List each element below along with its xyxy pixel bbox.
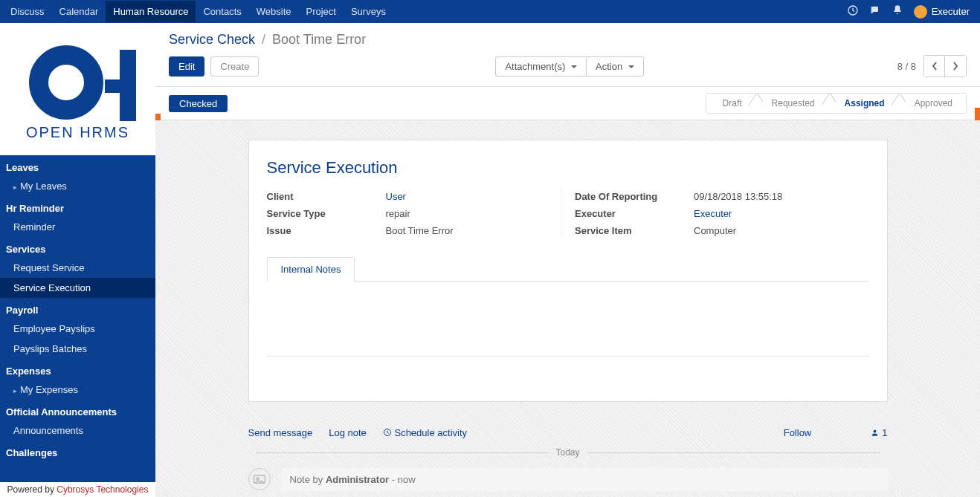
sidebar-item-employee-payslips[interactable]: Employee Payslips xyxy=(0,319,155,339)
message-body: Note by Administrator - now xyxy=(281,468,888,491)
nav-calendar[interactable]: Calendar xyxy=(52,1,106,22)
status-steps: Draft Requested Assigned Approved xyxy=(706,93,967,114)
page-title: Service Execution xyxy=(267,158,869,178)
nav-menu: Discuss Calendar Human Resource Contacts… xyxy=(3,1,393,22)
notebook-tabs: Internal Notes xyxy=(267,257,869,282)
sidebar-item-service-execution[interactable]: Service Execution xyxy=(0,278,155,298)
sidebar-section-services: Services xyxy=(0,237,155,258)
value-date-reporting: 09/18/2018 13:55:18 xyxy=(694,191,782,202)
nav-systray: Executer xyxy=(847,4,977,19)
nav-human-resource[interactable]: Human Resource xyxy=(106,1,196,22)
sidebar-item-reminder[interactable]: Reminder xyxy=(0,217,155,237)
chatter: Send message Log note Schedule activity … xyxy=(248,423,888,491)
svg-point-2 xyxy=(874,430,877,433)
label-issue: Issue xyxy=(267,225,386,236)
tab-internal-notes[interactable]: Internal Notes xyxy=(267,257,355,282)
bell-icon[interactable] xyxy=(892,4,903,19)
sidebar-section-challenges: Challenges xyxy=(0,441,155,461)
status-requested[interactable]: Requested xyxy=(755,94,828,113)
sidebar-section-leaves: Leaves xyxy=(0,155,155,176)
pager-next[interactable] xyxy=(945,56,966,77)
sidebar-section-expenses: Expenses xyxy=(0,359,155,380)
form-sheet-bg: Service Execution ClientUser Service Typ… xyxy=(155,120,980,497)
status-bar: Checked Draft Requested Assigned Approve… xyxy=(155,87,980,120)
value-service-item: Computer xyxy=(694,225,736,236)
status-assigned[interactable]: Assigned xyxy=(828,94,898,113)
date-separator: Today xyxy=(248,447,888,458)
main-content: Service Check / Boot Time Error Edit Cre… xyxy=(155,23,980,497)
label-date-reporting: Date Of Reporting xyxy=(575,191,694,202)
log-note-link[interactable]: Log note xyxy=(329,427,367,438)
pager-text: 8 / 8 xyxy=(897,61,916,72)
message-avatar-icon xyxy=(248,468,271,490)
footer-link[interactable]: Cybrosys Technologies xyxy=(57,484,148,495)
action-dropdown[interactable]: Action xyxy=(586,56,644,77)
label-client: Client xyxy=(267,191,386,202)
form-sheet: Service Execution ClientUser Service Typ… xyxy=(248,140,888,402)
value-executer[interactable]: Executer xyxy=(694,208,732,219)
sidebar-section-payroll: Payroll xyxy=(0,298,155,319)
label-service-type: Service Type xyxy=(267,208,386,219)
follow-button[interactable]: Follow xyxy=(784,427,812,438)
logo: OPEN HRMS xyxy=(0,23,155,155)
clock-icon[interactable] xyxy=(847,4,859,19)
chevron-down-icon xyxy=(571,65,577,68)
label-executer: Executer xyxy=(575,208,694,219)
checked-button[interactable]: Checked xyxy=(169,95,228,112)
nav-contacts[interactable]: Contacts xyxy=(196,1,248,22)
avatar-icon xyxy=(914,5,927,19)
breadcrumb-root[interactable]: Service Check xyxy=(169,32,255,47)
footer: Powered by Cybrosys Technologies xyxy=(0,482,155,497)
sidebar-item-payslips-batches[interactable]: Payslips Batches xyxy=(0,339,155,359)
edit-button[interactable]: Edit xyxy=(169,56,204,77)
pager-prev[interactable] xyxy=(924,56,945,77)
sidebar-item-request-service[interactable]: Request Service xyxy=(0,258,155,278)
send-message-link[interactable]: Send message xyxy=(248,427,313,438)
status-approved[interactable]: Approved xyxy=(898,94,966,113)
label-service-item: Service Item xyxy=(575,225,694,236)
dropdown-group: Attachment(s) Action xyxy=(495,56,643,77)
value-issue: Boot Time Error xyxy=(386,225,454,236)
control-panel: Service Check / Boot Time Error Edit Cre… xyxy=(155,23,980,87)
pager: 8 / 8 xyxy=(897,55,967,77)
nav-discuss[interactable]: Discuss xyxy=(3,1,52,22)
create-button[interactable]: Create xyxy=(210,56,259,77)
chat-icon[interactable] xyxy=(869,4,881,19)
value-service-type: repair xyxy=(386,208,410,219)
sidebar-item-announcements[interactable]: Announcements xyxy=(0,420,155,441)
attachments-dropdown[interactable]: Attachment(s) xyxy=(495,56,586,77)
sidebar-item-my-expenses[interactable]: My Expenses xyxy=(0,380,155,400)
sidebar-section-hr-reminder: Hr Reminder xyxy=(0,196,155,217)
breadcrumb: Service Check / Boot Time Error xyxy=(169,32,967,48)
user-menu[interactable]: Executer xyxy=(914,5,970,19)
breadcrumb-current: Boot Time Error xyxy=(272,32,366,47)
sidebar-item-my-leaves[interactable]: My Leaves xyxy=(0,176,155,196)
breadcrumb-sep: / xyxy=(262,32,265,47)
chevron-down-icon xyxy=(628,65,634,68)
sidebar-section-announcements: Official Announcements xyxy=(0,400,155,420)
nav-website[interactable]: Website xyxy=(249,1,299,22)
svg-point-4 xyxy=(257,478,259,480)
status-draft[interactable]: Draft xyxy=(706,94,755,113)
nav-surveys[interactable]: Surveys xyxy=(344,1,393,22)
followers-count[interactable]: 1 xyxy=(871,427,887,438)
value-client[interactable]: User xyxy=(386,191,406,202)
top-navbar: Discuss Calendar Human Resource Contacts… xyxy=(0,0,980,23)
schedule-activity-link[interactable]: Schedule activity xyxy=(383,427,467,438)
user-name: Executer xyxy=(932,6,970,17)
sidebar: OPEN HRMS Leaves My Leaves Hr Reminder R… xyxy=(0,23,155,497)
nav-project[interactable]: Project xyxy=(298,1,343,22)
message-row: Note by Administrator - now xyxy=(248,468,888,491)
